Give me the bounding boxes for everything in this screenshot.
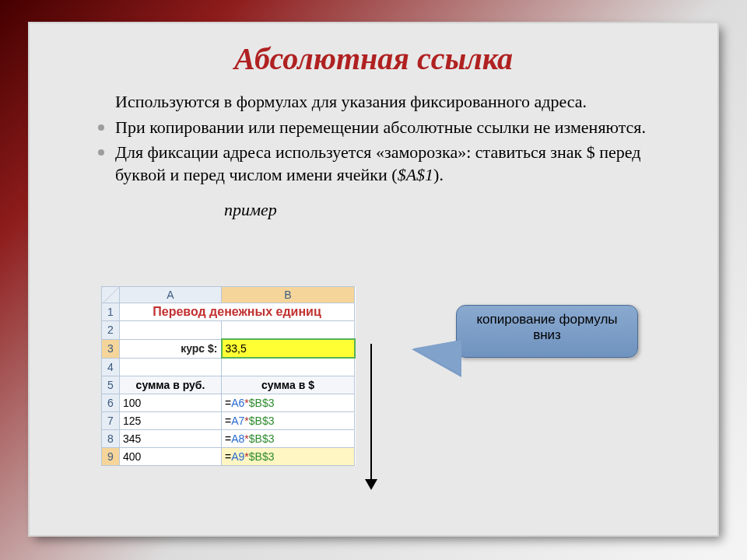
cell-formula: =A6*$B$3 xyxy=(222,394,355,412)
bullet-item: Используются в формулах для указания фик… xyxy=(115,91,686,114)
example-label: пример xyxy=(224,200,717,220)
rate-value-cell: 33,5 xyxy=(222,339,355,358)
column-label-a: сумма в руб. xyxy=(120,376,222,394)
row-header: 8 xyxy=(102,430,120,448)
callout-line: вниз xyxy=(457,327,637,343)
bullet-text: Для фиксации адреса используется «заморо… xyxy=(115,142,641,184)
row-header: 5 xyxy=(102,376,120,394)
bullet-item: При копировании или перемещении абсолютн… xyxy=(115,117,686,139)
row-header: 6 xyxy=(102,394,120,412)
cell xyxy=(120,321,222,340)
formula-ref: A8 xyxy=(231,432,244,445)
bullet-text: Используются в формулах для указания фик… xyxy=(115,92,587,111)
select-all-corner xyxy=(102,287,120,303)
row-header: 3 xyxy=(102,339,120,358)
callout-tail-icon xyxy=(413,340,461,375)
cell-a: 345 xyxy=(120,430,222,448)
row-header: 9 xyxy=(102,448,120,466)
slide-title: Абсолютная ссылка xyxy=(30,40,717,77)
cell-formula-active: =A9*$B$3 xyxy=(222,448,355,466)
formula-ref: A7 xyxy=(231,415,244,427)
rate-label-cell: курс $: xyxy=(120,339,222,358)
cell xyxy=(222,321,355,340)
bullet-text: При копировании или перемещении абсолютн… xyxy=(115,117,646,137)
formula-ref: A6 xyxy=(231,397,244,409)
col-header-a: A xyxy=(120,287,222,303)
bullet-list: Используются в формулах для указания фик… xyxy=(84,91,686,186)
spreadsheet-table: A B 1 Перевод денежных единиц 2 3 курс $… xyxy=(101,286,356,466)
row-header: 2 xyxy=(102,321,120,340)
cell-formula: =A8*$B$3 xyxy=(222,430,355,448)
row-header: 7 xyxy=(102,412,120,430)
callout-line: копирование формулы xyxy=(457,312,637,327)
col-header-b: B xyxy=(222,287,355,303)
cell xyxy=(222,358,355,376)
formula-ref: A9 xyxy=(231,450,244,463)
formula-abs: $B$3 xyxy=(249,415,275,427)
slide: Абсолютная ссылка Используются в формула… xyxy=(30,23,717,535)
cell-a: 400 xyxy=(120,448,222,466)
column-label-b: сумма в $ xyxy=(222,376,355,394)
arrow-down-icon xyxy=(364,344,378,492)
bullet-text: ). xyxy=(433,165,444,184)
row-header: 1 xyxy=(102,303,120,321)
cell-a: 100 xyxy=(120,394,222,412)
callout: копирование формулы вниз xyxy=(456,305,638,358)
formula-sample: $A$1 xyxy=(398,165,433,184)
formula-abs: $B$3 xyxy=(249,450,275,463)
cell-formula: =A7*$B$3 xyxy=(222,412,355,430)
cell-a: 125 xyxy=(120,412,222,430)
formula-abs: $B$3 xyxy=(249,397,275,409)
bullet-item: Для фиксации адреса используется «заморо… xyxy=(115,142,686,186)
cell xyxy=(120,358,222,376)
spreadsheet: A B 1 Перевод денежных единиц 2 3 курс $… xyxy=(101,286,356,466)
formula-abs: $B$3 xyxy=(249,432,275,445)
row-header: 4 xyxy=(102,358,120,376)
merged-title-cell: Перевод денежных единиц xyxy=(120,303,355,321)
